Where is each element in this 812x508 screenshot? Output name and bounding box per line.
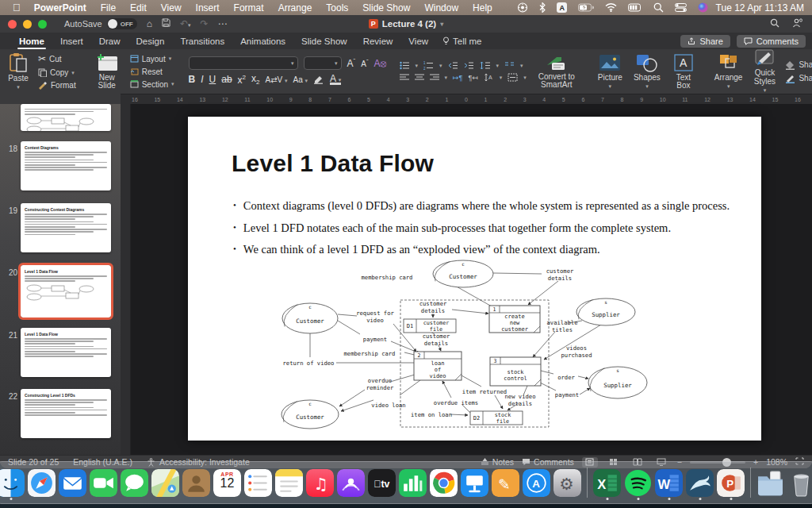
align-center-icon[interactable] [415, 74, 424, 82]
dock-icon-trash[interactable] [787, 469, 812, 497]
tab-view[interactable]: View [400, 34, 436, 48]
slide-thumbnail-19[interactable]: Constructing Context Diagrams [21, 203, 111, 252]
home-icon[interactable]: ⌂ [147, 18, 152, 29]
dock-icon-numbers[interactable] [399, 469, 427, 497]
dock-icon-powerpoint[interactable]: P [717, 469, 745, 497]
dock-icon-mail[interactable] [59, 469, 86, 497]
wifi-icon[interactable] [605, 3, 617, 12]
menu-item-view[interactable]: View [154, 2, 189, 13]
input-source-icon[interactable]: A [557, 2, 567, 13]
slide-thumbnail-22[interactable]: Constructing Level 1 DFDs [21, 389, 111, 438]
shape-fill-button[interactable]: Shape Fill ▾ [783, 60, 812, 71]
dock-icon-finder[interactable] [0, 469, 25, 497]
strikethrough-button[interactable]: ab [221, 74, 232, 85]
tab-draw[interactable]: Draw [91, 34, 128, 48]
line-spacing-button[interactable] [480, 61, 491, 70]
dock-icon-downloads[interactable] [756, 469, 784, 497]
dock-icon-chrome[interactable] [430, 469, 458, 497]
section-button[interactable]: Section ▾ [128, 79, 176, 90]
menu-clock[interactable]: Tue 12 Apr 11:13 AM [716, 2, 804, 13]
paste-button[interactable]: Paste ▾ [5, 51, 32, 93]
close-window-button[interactable] [8, 20, 17, 29]
battery-icon[interactable] [578, 3, 594, 12]
dock-icon-safari[interactable] [28, 469, 56, 497]
menu-item-window[interactable]: Window [417, 2, 465, 13]
italic-button[interactable]: I [201, 74, 203, 85]
slide-thumbnail[interactable] [21, 104, 111, 131]
dock-icon-podcasts[interactable] [337, 469, 365, 497]
search-icon[interactable] [770, 18, 779, 29]
menu-item-powerpoint[interactable]: PowerPoint [27, 2, 94, 13]
redo-icon[interactable]: ↷ [201, 18, 209, 29]
siri-icon[interactable] [698, 2, 708, 13]
comments-button[interactable]: Comments [737, 35, 806, 48]
dock-icon-maps[interactable] [151, 469, 179, 497]
menu-item-tools[interactable]: Tools [319, 2, 355, 13]
shapes-button[interactable]: Shapes ▾ [630, 52, 664, 92]
slide-canvas[interactable]: Level 1 Data Flow •Context diagrams (lev… [188, 117, 761, 441]
underline-button[interactable]: U [209, 74, 216, 85]
profile-icon[interactable] [792, 18, 802, 29]
arrange-button[interactable]: Arrange ▾ [711, 52, 746, 92]
align-objects-button[interactable] [508, 73, 518, 82]
slide-thumbnail-18[interactable]: Context Diagrams [21, 141, 111, 190]
bluetooth-icon[interactable] [539, 2, 546, 13]
menu-item-arrange[interactable]: Arrange [271, 2, 320, 13]
minimize-window-button[interactable] [23, 20, 32, 29]
ltr-direction-icon[interactable]: ↦¶ [453, 74, 462, 82]
increase-font-icon[interactable]: Aˆ [347, 57, 356, 69]
tab-slide-show[interactable]: Slide Show [293, 34, 355, 48]
screen-record-icon[interactable] [517, 2, 528, 13]
autosave-toggle[interactable]: OFF [107, 18, 137, 29]
bullets-button[interactable] [400, 61, 410, 70]
tab-transitions[interactable]: Transitions [172, 34, 232, 48]
tab-review[interactable]: Review [355, 34, 401, 48]
dock-icon-messages[interactable] [121, 469, 148, 497]
decrease-indent-icon[interactable] [448, 61, 458, 70]
cut-button[interactable]: ✂Cut [36, 52, 78, 65]
dock-icon-notes[interactable] [275, 469, 303, 497]
dataflow-diagram[interactable]: cCustomercCustomercCustomersSuppliersSup… [188, 117, 761, 441]
convert-smartart-button[interactable]: Convert to SmartArt [531, 52, 582, 91]
bold-button[interactable]: B [189, 74, 196, 85]
dock-icon-appletv[interactable]: tv [368, 469, 396, 497]
dock-icon-mysql[interactable] [686, 469, 714, 497]
clear-formatting-icon[interactable]: A⦻ [374, 58, 387, 69]
new-slide-button[interactable]: New Slide [90, 52, 124, 92]
font-size-select[interactable]: ▾ [304, 56, 342, 70]
menu-item-format[interactable]: Format [227, 2, 271, 13]
copy-button[interactable]: Copy ▾ [36, 67, 78, 78]
slide-thumbnail-20[interactable]: Level 1 Data Flow [21, 265, 111, 318]
dock-icon-contacts[interactable] [182, 469, 210, 497]
dock-icon-excel[interactable]: X [593, 469, 621, 497]
undo-icon[interactable]: ↶▾ [180, 18, 191, 29]
tab-design[interactable]: Design [128, 34, 173, 48]
dock-icon-facetime[interactable] [90, 469, 117, 497]
reset-button[interactable]: Reset [128, 67, 176, 77]
columns-button[interactable] [504, 61, 515, 70]
keyboard-battery-icon[interactable] [628, 3, 642, 12]
dock-icon-appstore[interactable]: A [523, 469, 550, 497]
document-title[interactable]: Lecture 4 (2) [382, 19, 436, 29]
menu-item-edit[interactable]: Edit [123, 2, 154, 13]
save-icon[interactable] [162, 18, 170, 29]
layout-button[interactable]: Layout ▾ [128, 54, 176, 64]
quick-styles-button[interactable]: Quick Styles ▾ [750, 47, 779, 96]
dock-icon-keynote[interactable] [461, 469, 488, 497]
autosave-control[interactable]: AutoSave OFF [64, 18, 137, 29]
align-left-icon[interactable] [400, 74, 409, 82]
dock-icon-word[interactable]: W [655, 469, 683, 497]
apple-menu-icon[interactable]:  [13, 2, 21, 13]
dock-icon-reminders[interactable] [244, 469, 272, 497]
menu-item-slide-show[interactable]: Slide Show [355, 2, 417, 13]
slide-thumbnail-21[interactable]: Level 1 Data Flow [21, 328, 111, 377]
dock-icon-pages[interactable]: ✎ [492, 469, 519, 497]
change-case-button[interactable]: Aa ▾ [293, 75, 308, 84]
more-commands-icon[interactable]: ⋯ [218, 18, 228, 29]
text-box-button[interactable]: A Text Box [668, 52, 699, 92]
menu-item-file[interactable]: File [94, 2, 123, 13]
numbering-button[interactable]: 12 [423, 61, 434, 70]
dock-icon-calendar[interactable]: APR12 [213, 469, 241, 497]
tab-insert[interactable]: Insert [52, 34, 91, 48]
menu-item-help[interactable]: Help [465, 2, 500, 13]
